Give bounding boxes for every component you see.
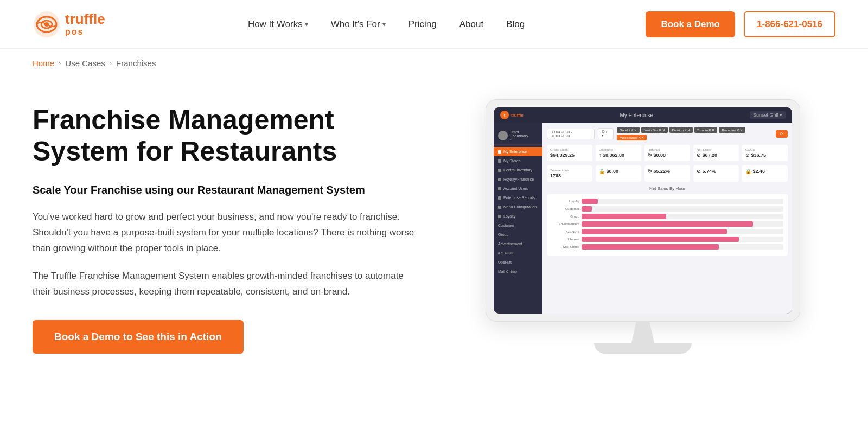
- screen-stat-label-cogs: COGS: [745, 148, 784, 151]
- screen-nav-icon-inventory: [498, 169, 501, 172]
- screen-nav-icon-stores: [498, 159, 501, 163]
- screen-stat-value-refunds: ↻ $0.00: [648, 152, 687, 158]
- screen-title: My Enterprise: [528, 112, 745, 118]
- screen-stats-row2: Transactions 1768 🔒 $0.00 ↻ 65.22%: [547, 165, 788, 182]
- breadcrumb-home[interactable]: Home: [33, 59, 54, 68]
- monitor-screen: t truffle My Enterprise Sunset Grill ▾: [494, 107, 792, 314]
- screen-refresh-button[interactable]: ⟳: [776, 130, 788, 138]
- screen-logo: t truffle: [500, 111, 524, 119]
- logo[interactable]: truffle pos: [33, 10, 105, 39]
- chart-bar-fill-customer: [582, 206, 592, 212]
- screen-chart-title: Net Sales By Hour: [547, 186, 788, 191]
- screen-nav-users[interactable]: Account Users: [494, 184, 542, 193]
- screen-nav-inventory[interactable]: Central Inventory: [494, 165, 542, 175]
- screen-nav-menuconfig[interactable]: Menu Configuration: [494, 202, 542, 212]
- monitor-neck: [627, 321, 659, 343]
- screen-header-row: 30.04.2020 - 31.03.2020 On ▾ Gandhi K ✕ …: [547, 127, 788, 140]
- screen-content: Omer Choudhary ▸ My Enterprise My Store: [494, 123, 792, 314]
- chart-bar-bg-customer: [582, 206, 783, 212]
- screen-tag-division: Division K ✕: [669, 127, 693, 133]
- chart-row-ubereat: Ubereat: [551, 237, 783, 242]
- hero-title: Franchise Management System for Restaura…: [33, 105, 418, 167]
- phone-button[interactable]: 1-866-621-0516: [744, 11, 835, 37]
- screen-controls: Sunset Grill ▾: [750, 111, 786, 119]
- chart-row-loyalty: Loyalty: [551, 199, 783, 204]
- nav-how-it-works[interactable]: How It Works ▾: [239, 15, 317, 34]
- screen-tag-gandhi: Gandhi K ✕: [617, 127, 640, 133]
- screen-nav-ubereat[interactable]: Ubereat: [494, 258, 542, 267]
- screen-tag-mississauga: Mississauga K ✕: [617, 135, 647, 140]
- hero-image: t truffle My Enterprise Sunset Grill ▾: [450, 94, 835, 354]
- nav-blog[interactable]: Blog: [497, 15, 533, 34]
- screen-on-select[interactable]: On ▾: [598, 128, 614, 139]
- logo-pos-text: pos: [65, 27, 105, 37]
- screen-filter-tags: Gandhi K ✕ North Sac K ✕ Division K ✕ To…: [617, 127, 773, 140]
- screen-nav-enterprise[interactable]: My Enterprise: [494, 147, 542, 156]
- screen-nav-group[interactable]: Group: [494, 230, 542, 239]
- chart-bar-bg-group: [582, 214, 783, 219]
- screen-stat-col4: ⊙ 5.74%: [693, 165, 739, 182]
- screen-stat-transactions: Transactions 1768: [547, 165, 592, 182]
- chart-bar-fill-group: [582, 214, 666, 219]
- chart-bar-bg-ubereat: [582, 237, 783, 242]
- screen-stats-row1: Gross Sales $64,329.25 Discounts ↑ $8,36…: [547, 145, 788, 161]
- chart-bar-bg-mailchimp: [582, 244, 783, 250]
- breadcrumb-use-cases: Use Cases: [65, 59, 105, 68]
- nav-pricing[interactable]: Pricing: [400, 15, 445, 34]
- screen-nav-royalty[interactable]: Royalty/Franchise: [494, 175, 542, 184]
- monitor-body: t truffle My Enterprise Sunset Grill ▾: [486, 99, 800, 322]
- hero-subtitle: Scale Your Franchise using our Restauran…: [33, 182, 418, 197]
- chart-row-advertisement: Advertisement: [551, 221, 783, 227]
- screen-stat-value-cogs: ⊙ $36.75: [745, 152, 784, 158]
- monitor-mockup: t truffle My Enterprise Sunset Grill ▾: [486, 99, 800, 354]
- screen-stat-refunds: Refunds ↻ $0.00: [644, 145, 690, 161]
- screen-tag-toronto: Toronto K ✕: [694, 127, 717, 133]
- main-nav: How It Works ▾ Who It's For ▾ Pricing Ab…: [127, 15, 646, 34]
- screen-stat-cogs: COGS ⊙ $36.75: [742, 145, 788, 161]
- breadcrumb-sep-1: ›: [59, 59, 61, 67]
- breadcrumb: Home › Use Cases › Franchises: [0, 49, 868, 78]
- screen-stat-label-discounts: Discounts: [599, 148, 638, 151]
- chart-bar-fill-zendit: [582, 229, 727, 234]
- screen-nav-loyalty[interactable]: Loyalty: [494, 212, 542, 221]
- hero-body-1: You've worked hard to grow and perfect y…: [33, 209, 418, 257]
- screen-nav-advertisement[interactable]: Advertisement: [494, 239, 542, 248]
- hero-cta-button[interactable]: Book a Demo to See this in Action: [33, 320, 244, 354]
- screen-stat-label-refunds: Refunds: [648, 148, 687, 151]
- chart-label-loyalty: Loyalty: [551, 200, 579, 203]
- screen-stat-discounts: Discounts ↑ $8,362.80: [596, 145, 641, 161]
- screen-stat-value-col2: 🔒 $0.00: [599, 169, 638, 174]
- chart-bar-bg-zendit: [582, 229, 783, 234]
- screen-nav-zendit[interactable]: #ZENDIT: [494, 248, 542, 258]
- screen-avatar: [498, 131, 508, 140]
- screen-ctrl-sunset: Sunset Grill ▾: [750, 111, 786, 119]
- screen-nav-customer[interactable]: Customer: [494, 221, 542, 230]
- screen-nav-reports[interactable]: Enterprise Reports: [494, 193, 542, 202]
- chart-label-zendit: #ZENDIT: [551, 230, 579, 233]
- book-demo-button[interactable]: Book a Demo: [646, 11, 735, 37]
- screen-nav-icon-users: [498, 187, 501, 190]
- hero-body-2: The Truffle Franchise Management System …: [33, 269, 418, 300]
- chart-bar-fill-ubereat: [582, 237, 739, 242]
- screen-date-select[interactable]: 30.04.2020 - 31.03.2020: [547, 129, 595, 139]
- chart-row-group: Group: [551, 214, 783, 219]
- screen-nav-icon-loyalty: [498, 215, 501, 218]
- nav-about[interactable]: About: [451, 15, 492, 34]
- screen-nav-icon-royalty: [498, 178, 501, 181]
- screen-stat-label-net: Net Sales: [697, 148, 736, 151]
- screen-stat-value-transactions: 1768: [550, 173, 589, 178]
- chart-label-group: Group: [551, 215, 579, 218]
- chevron-down-icon: ▾: [305, 21, 308, 28]
- screen-nav-mailchimp[interactable]: Mail Chimp: [494, 267, 542, 276]
- screen-topbar: t truffle My Enterprise Sunset Grill ▾: [494, 107, 792, 123]
- monitor-stand: [486, 321, 800, 354]
- screen-stat-label-gross: Gross Sales: [550, 148, 589, 151]
- screen-nav-stores[interactable]: My Stores: [494, 156, 542, 165]
- screen-stat-value-net: ⊙ $67.20: [697, 152, 736, 158]
- header: truffle pos How It Works ▾ Who It's For …: [0, 0, 868, 49]
- chart-bar-fill-loyalty: [582, 199, 598, 204]
- nav-who-its-for[interactable]: Who It's For ▾: [322, 15, 394, 34]
- screen-stat-col3: ↻ 65.22%: [644, 165, 690, 182]
- screen-sidebar: Omer Choudhary ▸ My Enterprise My Store: [494, 123, 542, 314]
- chart-label-advertisement: Advertisement: [551, 222, 579, 226]
